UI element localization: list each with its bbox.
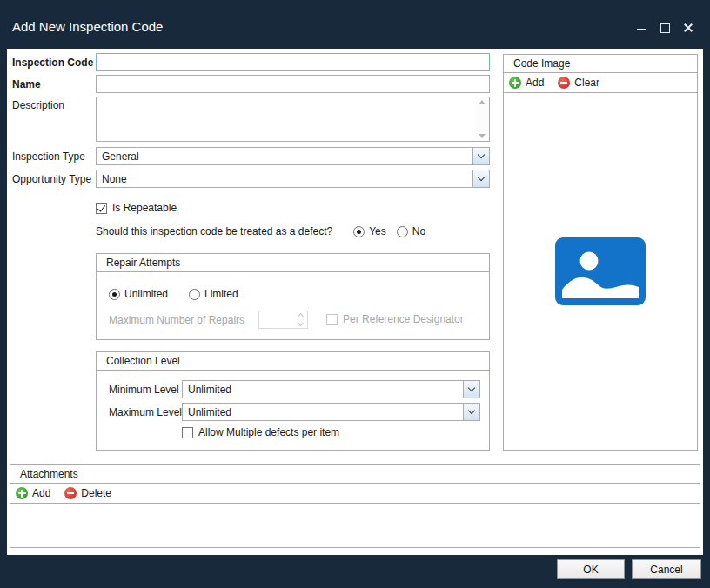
code-image-toolbar: Add Clear bbox=[504, 73, 697, 93]
code-image-group: Code Image Add Clear bbox=[503, 54, 698, 451]
defect-question-label: Should this inspection code be treated a… bbox=[96, 225, 332, 237]
name-label: Name bbox=[12, 78, 41, 90]
ok-button[interactable]: OK bbox=[557, 559, 625, 579]
defect-question-row: Should this inspection code be treated a… bbox=[96, 225, 425, 237]
allow-multiple-defects-label: Allow Multiple defects per item bbox=[198, 426, 339, 438]
description-label: Description bbox=[12, 99, 64, 111]
repair-attempts-header: Repair Attempts bbox=[97, 254, 489, 272]
allow-multiple-defects-checkbox[interactable]: Allow Multiple defects per item bbox=[182, 426, 339, 438]
code-image-add-button[interactable]: Add bbox=[509, 77, 544, 89]
minimum-level-value: Unlimited bbox=[183, 384, 463, 396]
attachments-delete-button[interactable]: Delete bbox=[64, 487, 111, 499]
image-placeholder-icon bbox=[555, 237, 646, 305]
minimum-level-label: Minimum Level bbox=[109, 384, 179, 396]
scroll-down-icon[interactable] bbox=[479, 134, 486, 138]
max-repairs-stepper[interactable] bbox=[258, 311, 308, 329]
stepper-arrows-icon[interactable] bbox=[294, 311, 307, 328]
checkbox-icon bbox=[182, 427, 193, 438]
description-input[interactable] bbox=[96, 97, 490, 142]
maximum-level-select[interactable]: Unlimited bbox=[182, 403, 480, 421]
attachments-add-label: Add bbox=[32, 487, 50, 499]
limited-radio[interactable]: Limited bbox=[189, 288, 238, 300]
delete-minus-icon bbox=[64, 487, 77, 499]
description-scrollbar[interactable] bbox=[476, 97, 489, 141]
minimum-level-select[interactable]: Unlimited bbox=[182, 380, 480, 398]
code-image-preview-area[interactable] bbox=[504, 93, 697, 450]
chevron-down-icon[interactable] bbox=[472, 170, 489, 187]
unlimited-label: Unlimited bbox=[124, 288, 168, 300]
collection-level-group: Collection Level Minimum Level Unlimited… bbox=[96, 351, 490, 451]
maximize-icon[interactable] bbox=[659, 22, 671, 34]
window-controls bbox=[635, 22, 694, 34]
unlimited-radio[interactable]: Unlimited bbox=[109, 288, 168, 300]
name-input[interactable] bbox=[96, 75, 490, 93]
maximum-level-label: Maximum Level bbox=[109, 406, 182, 418]
close-icon[interactable] bbox=[682, 22, 694, 34]
maximum-level-value: Unlimited bbox=[183, 406, 463, 418]
max-repairs-label: Maximum Number of Repairs bbox=[109, 314, 244, 326]
repair-attempts-title: Repair Attempts bbox=[106, 257, 180, 269]
attachments-group: Attachments Add Delete bbox=[10, 464, 700, 548]
is-repeatable-label: Is Repeatable bbox=[112, 202, 177, 214]
cancel-button[interactable]: Cancel bbox=[632, 559, 701, 579]
inspection-type-value: General bbox=[97, 150, 472, 163]
checkbox-checked-icon bbox=[96, 203, 107, 214]
radio-icon bbox=[397, 226, 408, 237]
defect-yes-radio[interactable]: Yes bbox=[353, 225, 386, 237]
radio-selected-icon bbox=[353, 226, 365, 237]
attachments-header: Attachments bbox=[10, 465, 700, 484]
max-repairs-value bbox=[259, 311, 294, 328]
collection-level-title: Collection Level bbox=[106, 355, 180, 367]
attachments-add-button[interactable]: Add bbox=[16, 487, 50, 499]
opportunity-type-value: None bbox=[97, 173, 472, 185]
radio-selected-icon bbox=[109, 289, 120, 300]
inspection-type-select[interactable]: General bbox=[96, 147, 490, 165]
opportunity-type-label: Opportunity Type bbox=[12, 173, 91, 185]
opportunity-type-select[interactable]: None bbox=[96, 170, 490, 188]
radio-icon bbox=[189, 289, 200, 300]
add-plus-icon bbox=[509, 77, 521, 89]
add-plus-icon bbox=[16, 487, 28, 499]
dialog-body: Inspection Code Name Description Inspect… bbox=[7, 49, 703, 555]
collection-level-header: Collection Level bbox=[97, 352, 489, 371]
defect-no-label: No bbox=[412, 225, 425, 237]
titlebar: Add New Inspection Code bbox=[0, 0, 710, 49]
attachments-delete-label: Delete bbox=[81, 487, 111, 499]
inspection-code-label: Inspection Code bbox=[12, 57, 93, 69]
chevron-down-icon[interactable] bbox=[463, 381, 479, 398]
code-image-header: Code Image bbox=[504, 55, 697, 73]
minimize-icon[interactable] bbox=[635, 22, 647, 34]
limited-label: Limited bbox=[204, 288, 238, 300]
clear-minus-icon bbox=[558, 77, 570, 89]
code-image-clear-button[interactable]: Clear bbox=[558, 77, 599, 89]
per-reference-checkbox[interactable]: Per Reference Designator bbox=[326, 313, 464, 325]
code-image-title: Code Image bbox=[513, 57, 570, 70]
inspection-type-label: Inspection Type bbox=[12, 150, 85, 163]
window-title: Add New Inspection Code bbox=[12, 19, 163, 34]
attachments-title: Attachments bbox=[20, 468, 78, 480]
chevron-down-icon[interactable] bbox=[472, 148, 489, 164]
defect-no-radio[interactable]: No bbox=[397, 225, 425, 237]
repair-attempts-options: Unlimited Limited bbox=[109, 288, 238, 300]
is-repeatable-checkbox[interactable]: Is Repeatable bbox=[96, 202, 177, 214]
repair-attempts-group: Repair Attempts Unlimited Limited Maximu… bbox=[96, 253, 490, 340]
add-inspection-code-dialog: Add New Inspection Code Inspection Code … bbox=[0, 0, 710, 588]
code-image-add-label: Add bbox=[526, 77, 544, 89]
defect-yes-label: Yes bbox=[369, 225, 386, 237]
inspection-code-input[interactable] bbox=[96, 53, 490, 71]
attachments-list[interactable] bbox=[10, 504, 700, 547]
scroll-up-icon[interactable] bbox=[479, 100, 486, 104]
code-image-clear-label: Clear bbox=[574, 77, 599, 89]
chevron-down-icon[interactable] bbox=[463, 404, 479, 420]
attachments-toolbar: Add Delete bbox=[10, 484, 700, 504]
per-reference-label: Per Reference Designator bbox=[343, 313, 464, 325]
checkbox-disabled-icon bbox=[326, 314, 338, 325]
